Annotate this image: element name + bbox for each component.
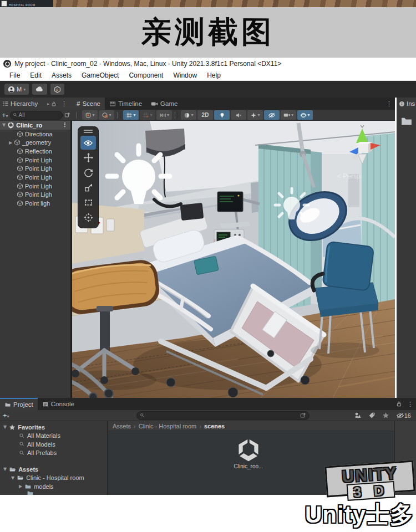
collapse-icon[interactable]: ▼ xyxy=(3,424,7,429)
menu-file[interactable]: File xyxy=(4,71,25,79)
tree-favorites[interactable]: ▼ Favorites xyxy=(0,423,107,432)
shading-mode-button[interactable]: ▾ xyxy=(181,110,196,120)
scene-menu-icon[interactable]: ⋮ xyxy=(59,121,70,129)
hierarchy-item-directional-light[interactable]: Directiona xyxy=(0,130,70,139)
hidden-count-button[interactable]: 16 xyxy=(394,412,413,419)
view-tool-button[interactable] xyxy=(80,136,96,150)
panel-expand-icon[interactable]: ▸ xyxy=(47,101,49,106)
folder-icon xyxy=(24,483,32,490)
breadcrumb-assets[interactable]: Assets xyxy=(113,423,131,429)
point-light-gizmo-small[interactable] xyxy=(275,188,308,219)
rect-tool-button[interactable] xyxy=(80,196,96,209)
scene-panel-menu-icon[interactable]: ⋮ xyxy=(383,100,395,108)
menu-gameobject[interactable]: GameObject xyxy=(77,71,124,79)
hierarchy-item-point-light-2[interactable]: Point Ligh xyxy=(0,164,70,173)
hierarchy-item-point-light-1[interactable]: Point Ligh xyxy=(0,156,70,165)
menu-assets[interactable]: Assets xyxy=(47,71,77,79)
effects-button[interactable]: ▾ xyxy=(247,110,263,120)
hierarchy-item-reflection-probe[interactable]: Reflection xyxy=(0,147,70,156)
info-icon xyxy=(399,101,405,107)
scene-audio-button[interactable] xyxy=(231,110,246,120)
svg-text:p: p xyxy=(56,87,58,91)
scene-lighting-button[interactable] xyxy=(214,110,230,120)
project-add-button[interactable]: +▾ xyxy=(3,411,9,420)
scene-root-label: Clinic_ro xyxy=(16,122,42,129)
hierarchy-item-point-light-4[interactable]: Point Ligh xyxy=(0,182,70,191)
hospital-room-logo-text: HOSPITAL ROOM xyxy=(9,3,35,7)
picker-icon[interactable] xyxy=(300,412,306,418)
account-button[interactable]: M ▾ xyxy=(4,84,29,95)
collapse-icon[interactable]: ▼ xyxy=(2,122,6,127)
menu-window[interactable]: Window xyxy=(168,71,202,79)
tab-scene[interactable]: # Scene xyxy=(72,98,105,110)
tool-handle-position-button[interactable]: ▾ xyxy=(82,110,98,120)
transform-tool-button[interactable] xyxy=(80,211,96,224)
component-gizmos-button[interactable]: ▾ xyxy=(297,110,313,120)
perspective-label[interactable]: < Persp xyxy=(337,172,361,180)
rotate-tool-button[interactable] xyxy=(80,166,96,180)
tab-project[interactable]: Project xyxy=(0,398,38,410)
tree-assets[interactable]: ▼ Assets xyxy=(0,465,107,474)
toolbar-drag-handle[interactable] xyxy=(76,112,79,119)
mode-2d-button[interactable]: 2D xyxy=(197,110,213,120)
menu-help[interactable]: Help xyxy=(202,71,226,79)
tab-console[interactable]: Console xyxy=(38,398,79,410)
asset-store-button[interactable] xyxy=(352,412,364,419)
tab-hierarchy[interactable]: Hierarchy ▸ ⋮ xyxy=(0,98,72,110)
inspector-panel xyxy=(397,110,416,398)
collapse-icon[interactable]: ▼ xyxy=(3,467,7,472)
cloud-button[interactable] xyxy=(32,84,47,95)
project-item-scene[interactable]: Clinic_roo... xyxy=(231,437,266,469)
lock-icon[interactable] xyxy=(396,401,402,407)
speaker-muted-icon xyxy=(235,112,242,119)
point-light-gizmo-large[interactable] xyxy=(108,146,170,204)
tool-handle-rotation-button[interactable]: ▾ xyxy=(99,110,114,120)
plastic-scm-button[interactable]: p xyxy=(50,84,64,95)
label-button[interactable] xyxy=(366,412,378,419)
tab-game[interactable]: Game xyxy=(146,98,182,110)
hierarchy-item-root[interactable]: ▼ Clinic_ro ⋮ xyxy=(0,121,70,130)
timeline-icon xyxy=(109,101,116,107)
hierarchy-search-input[interactable]: All xyxy=(10,111,63,120)
project-search-input[interactable] xyxy=(136,411,310,420)
hierarchy-item-point-light-5[interactable]: Point Ligh xyxy=(0,191,70,200)
expand-icon[interactable]: ▶ xyxy=(19,484,22,489)
overlay-drag-handle[interactable] xyxy=(78,130,98,133)
expand-icon[interactable]: ▶ xyxy=(9,140,12,145)
scene-visibility-button[interactable] xyxy=(264,110,280,120)
scene-camera-button[interactable]: ▾ xyxy=(281,110,296,120)
move-tool-button[interactable] xyxy=(80,151,96,165)
hierarchy-menu-icon[interactable]: ⋮ xyxy=(58,100,70,108)
tree-all-models[interactable]: All Models xyxy=(0,440,107,449)
tree-scenes-clipped[interactable] xyxy=(0,491,107,495)
grid-snapping-button[interactable]: ▾ xyxy=(123,110,139,120)
tab-timeline[interactable]: Timeline xyxy=(105,98,146,110)
picker-icon[interactable] xyxy=(64,112,70,118)
tree-all-prefabs[interactable]: All Prefabs xyxy=(0,449,107,458)
menu-component[interactable]: Component xyxy=(124,71,168,79)
snap-settings-button[interactable]: ▾ xyxy=(156,110,172,120)
hierarchy-item-geometry[interactable]: ▶_geometry xyxy=(0,138,70,147)
toolbar-drag-handle[interactable] xyxy=(175,112,178,119)
toolbar-drag-handle[interactable] xyxy=(117,112,120,119)
tree-clinic-hospital-room[interactable]: ▼ Clinic - Hospital room xyxy=(0,474,107,483)
hierarchy-item-point-light-3[interactable]: Point Ligh xyxy=(0,173,70,182)
hierarchy-add-button[interactable]: +▾ xyxy=(2,111,8,119)
scene-viewport[interactable]: < Persp xyxy=(72,121,395,398)
tab-inspector[interactable]: Ins xyxy=(397,98,416,110)
collapse-icon[interactable]: ▼ xyxy=(11,475,14,480)
2d-label: 2D xyxy=(202,112,209,118)
tree-all-materials[interactable]: All Materials xyxy=(0,432,107,441)
menu-edit[interactable]: Edit xyxy=(25,71,47,79)
scale-tool-button[interactable] xyxy=(80,181,96,195)
breadcrumb-scenes[interactable]: scenes xyxy=(204,423,225,429)
rotate-icon xyxy=(84,168,93,177)
tree-models[interactable]: ▶ models xyxy=(0,482,107,491)
lock-icon[interactable] xyxy=(51,101,57,107)
breadcrumb-folder[interactable]: Clinic - Hospital room xyxy=(139,423,197,429)
project-panel-menu-icon[interactable]: ⋮ xyxy=(404,401,416,408)
favorite-button[interactable] xyxy=(380,412,392,419)
watermark-text: Unity士多 xyxy=(305,499,414,530)
increment-snap-button[interactable]: ▾ xyxy=(140,110,155,120)
hierarchy-item-point-light-6[interactable]: Point ligh xyxy=(0,199,70,208)
